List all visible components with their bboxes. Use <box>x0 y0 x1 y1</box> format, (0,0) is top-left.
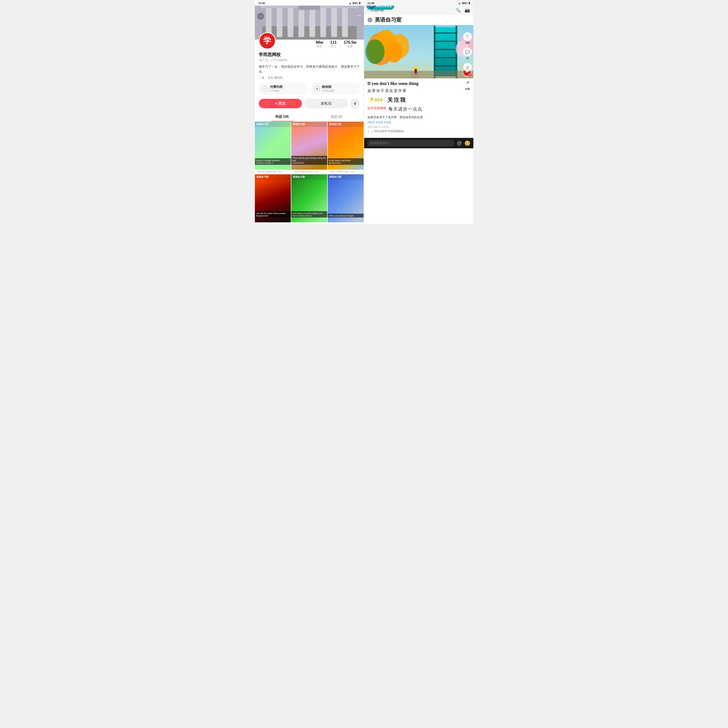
main-english-text: If you don't like some thing <box>367 81 470 86</box>
stat-label: 关注 <box>330 45 337 48</box>
tab[interactable]: 作品 105 <box>255 112 309 121</box>
feature-icon: ♡ <box>262 86 268 92</box>
more-options-button[interactable]: ∨ <box>350 99 360 108</box>
search-icon[interactable]: 🔍 <box>456 8 461 13</box>
favorite-count: 35 <box>466 72 469 75</box>
video-title: 英语自习室 <box>255 174 291 180</box>
list-item[interactable]: 英语自习室 Life will not make those people di… <box>255 174 291 224</box>
left-status-icons: ▲ WiFi ▮ <box>349 2 360 5</box>
tab[interactable]: 动态 62 <box>309 112 364 121</box>
signal-icon: ▲ <box>349 2 351 5</box>
wifi-icon: WiFi <box>352 2 358 5</box>
like-count: ♡538 <box>329 170 334 173</box>
video-footer: ♡492 关注我 每天进步一点点 <box>291 170 327 174</box>
caption-en: Life will not make those people disappoi… <box>256 212 290 217</box>
like-button[interactable]: ♡ 618 <box>463 32 472 44</box>
right-status-icons: ▲ WiFi ▮ <box>458 2 470 5</box>
video-caption: trying to change opinions 去改变别人的观点上 <box>255 158 291 165</box>
like-count: 618 <box>465 41 470 44</box>
list-item[interactable]: 英语自习室 There will be good things along th… <box>291 122 327 174</box>
right-wifi-icon: WiFi <box>462 2 467 5</box>
camera-icon[interactable]: 📷 <box>465 8 470 13</box>
share-icon: ↗ <box>463 78 472 87</box>
video-caption: When you wanna change <box>328 214 364 217</box>
left-phone: 13:45 ▲ WiFi ▮ <box>255 0 364 224</box>
emoji-icon[interactable]: 😊 <box>464 140 470 146</box>
video-thumbnail: 英语自习室 When you wanna change <box>328 174 364 222</box>
video-thumbnail: 英语自习室 There will be good things along th… <box>291 122 327 170</box>
list-item[interactable]: 英语自习室 trying to change opinions 去改变别人的观点… <box>255 122 291 174</box>
svg-rect-26 <box>434 57 457 58</box>
comment-action-icons: @ 😊 <box>457 140 470 146</box>
list-item[interactable]: 英语自习室 When you wanna change <box>328 174 364 224</box>
feature-title: 粉丝团 <box>322 85 334 89</box>
comment-input[interactable] <box>367 140 455 146</box>
header-icons: 🔍 📷 <box>456 8 470 13</box>
list-item[interactable]: 英语自习室 and make yourself a better and mor… <box>291 174 327 224</box>
follow-button[interactable]: + 关注 <box>259 99 302 108</box>
stat-num: 66w <box>316 40 323 45</box>
close-button[interactable]: × <box>367 17 372 22</box>
cta-line2: 每天进步一点点 <box>388 106 422 112</box>
tabs-row: 作品 105动态 62 <box>255 112 364 122</box>
hashtags: #英语 #动漫 #治愈 <box>367 121 470 124</box>
video-footer-text: 关注我 每天进步一点点 <box>335 170 355 173</box>
features-row: ♡付费内容6个内容♥粉丝团1个粉丝团 <box>259 83 360 95</box>
more-button[interactable]: ··· <box>357 13 361 18</box>
music-note-icon: ♩ <box>367 130 369 133</box>
svg-rect-27 <box>434 65 457 67</box>
list-item[interactable]: 英语自习室 to get better and better 越来越好的路上 ♡… <box>328 122 364 174</box>
video-footer: ♡538 关注我 每天进步一点点 <box>328 170 364 174</box>
location-cta-row: 📍 北京市 关注我 <box>367 96 470 105</box>
at-mention: @学而思网校 <box>367 106 387 110</box>
stat-item: 66w粉丝 <box>312 40 327 48</box>
avatar-row: 学 66w粉丝111关注175.5w获赞 <box>259 32 360 49</box>
message-button[interactable]: 发私信 <box>304 99 348 108</box>
feature-sub: 6个内容 <box>270 89 283 93</box>
title-row: JAY 周杰伦哥友会 × 英语自习室 <box>364 15 473 25</box>
right-battery-icon: ▮ <box>468 2 470 5</box>
video-title: 英语自习室 <box>291 174 327 180</box>
video-text-area: If you don't like some thing 如果你不喜欢某件事 📍… <box>364 78 473 138</box>
location-badge: 📍 北京市 <box>367 97 385 102</box>
video-footer <box>255 222 291 224</box>
video-footer-text: 关注我 每天进步一点点 <box>298 170 318 173</box>
at-icon[interactable]: @ <box>457 140 462 146</box>
feature-card[interactable]: ♡付费内容6个内容 <box>259 83 308 95</box>
right-status-bar: 13:48 ▲ WiFi ▮ <box>364 0 473 6</box>
stats-row: 66w粉丝111关注175.5w获赞 <box>312 40 360 48</box>
svg-rect-25 <box>434 49 457 50</box>
stat-item: 111关注 <box>327 40 340 48</box>
video-footer: ♡528 关注我 每天进步一点点 <box>255 170 291 174</box>
mention-cta-row: @学而思网校 每天进步一点点 <box>367 106 470 114</box>
left-status-bar: 13:45 ▲ WiFi ▮ <box>255 0 364 6</box>
caption-en: There will be good things along the way <box>292 157 326 162</box>
caption-en: trying to change opinions <box>256 159 290 162</box>
video-actions: ♡ 618 💬 12 ☆ 35 ↗ 分享 <box>463 32 472 91</box>
svg-rect-23 <box>434 32 457 34</box>
video-player[interactable]: 学 + ♡ 618 💬 12 ☆ 35 ↗ <box>364 25 473 78</box>
feature-title: 付费内容 <box>270 85 283 89</box>
favorite-button[interactable]: ☆ 35 <box>463 63 472 75</box>
video-title: 英语自习室 <box>291 122 327 127</box>
svg-rect-20 <box>435 27 457 76</box>
video-caption: Life will not make those people disappoi… <box>255 211 291 217</box>
right-phone: 13:48 ▲ WiFi ▮ ‹ 作品列表 🔍 📷 JAY 周杰伦哥友会 <box>364 0 473 224</box>
video-title: 英语自习室 <box>328 122 364 127</box>
video-caption: There will be good things along the way … <box>291 156 327 165</box>
profile-section: 学 66w粉丝111关注175.5w获赞 学而思网校 用户 ID：1775348… <box>255 32 364 108</box>
caption-zh: 越来越好的路上 <box>329 162 362 164</box>
share-button[interactable]: ↗ 分享 <box>463 78 472 91</box>
comment-count: 12 <box>466 57 469 60</box>
comment-button[interactable]: 💬 12 <box>463 47 472 60</box>
pin-icon: 📍 <box>370 98 373 101</box>
user-id: 用户 ID：1775348049 <box>259 58 360 63</box>
comment-input-row: @ 😊 <box>364 138 473 148</box>
music-row: ♩ ♩ 内作品原声 学而思网校的 <box>367 129 470 133</box>
video-thumbnail: 英语自习室 trying to change opinions 去改变别人的观点… <box>255 122 291 170</box>
back-button[interactable]: ‹ <box>257 13 264 20</box>
svg-point-19 <box>386 41 402 63</box>
video-title: 英语自习室 <box>328 174 364 180</box>
svg-point-17 <box>366 39 384 64</box>
feature-card[interactable]: ♥粉丝团1个粉丝团 <box>311 83 360 95</box>
